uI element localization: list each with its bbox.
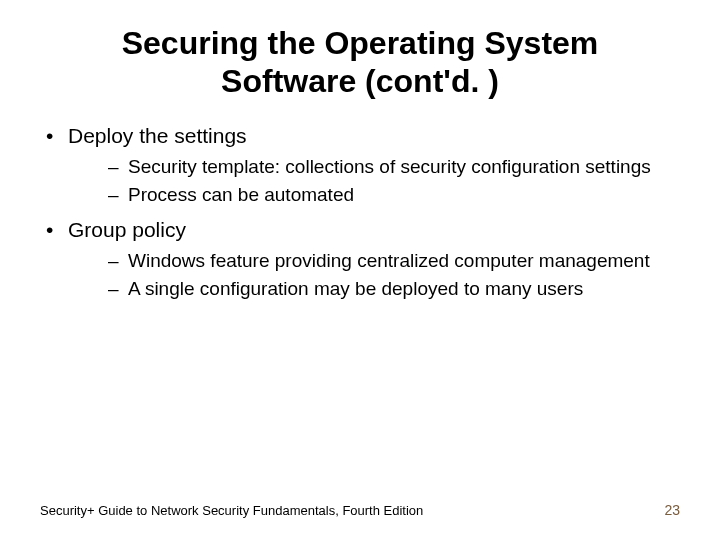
- slide-body: Deploy the settings Security template: c…: [40, 123, 680, 301]
- sub-bullet-text: Process can be automated: [128, 184, 354, 205]
- bullet-deploy-settings: Deploy the settings Security template: c…: [40, 123, 680, 207]
- sub-bullet: A single configuration may be deployed t…: [68, 277, 680, 301]
- sub-bullet-text: Security template: collections of securi…: [128, 156, 651, 177]
- slide-title: Securing the Operating System Software (…: [40, 24, 680, 101]
- title-line-2: Software (cont'd. ): [221, 63, 499, 99]
- page-number: 23: [664, 502, 680, 518]
- bullet-text: Group policy: [68, 218, 186, 241]
- sub-bullet: Windows feature providing centralized co…: [68, 249, 680, 273]
- bullet-list: Deploy the settings Security template: c…: [40, 123, 680, 301]
- sub-bullet: Process can be automated: [68, 183, 680, 207]
- sub-bullet-list: Security template: collections of securi…: [68, 155, 680, 207]
- sub-bullet: Security template: collections of securi…: [68, 155, 680, 179]
- sub-bullet-list: Windows feature providing centralized co…: [68, 249, 680, 301]
- sub-bullet-text: Windows feature providing centralized co…: [128, 250, 650, 271]
- bullet-group-policy: Group policy Windows feature providing c…: [40, 217, 680, 301]
- slide: Securing the Operating System Software (…: [0, 0, 720, 540]
- footer-source: Security+ Guide to Network Security Fund…: [40, 503, 423, 518]
- bullet-text: Deploy the settings: [68, 124, 247, 147]
- sub-bullet-text: A single configuration may be deployed t…: [128, 278, 583, 299]
- slide-footer: Security+ Guide to Network Security Fund…: [40, 502, 680, 518]
- title-line-1: Securing the Operating System: [122, 25, 599, 61]
